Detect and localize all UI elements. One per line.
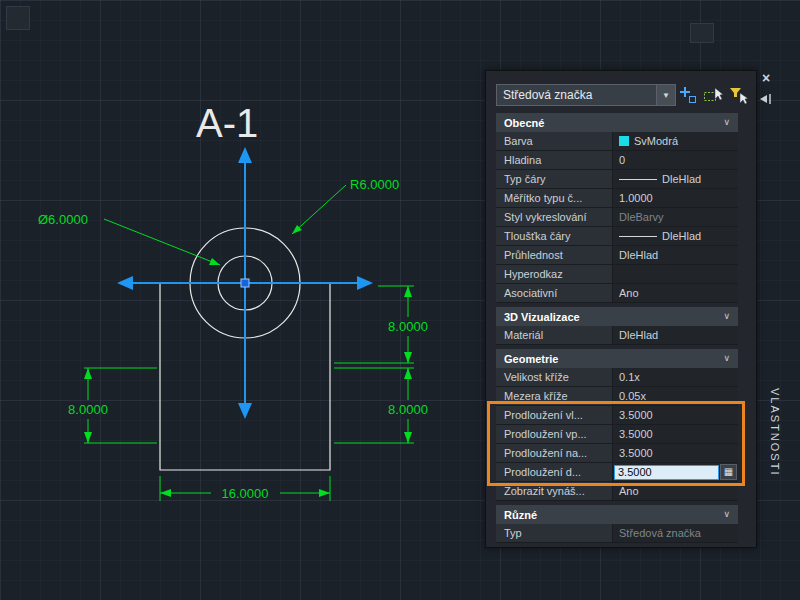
property-label: Hladina	[496, 151, 613, 169]
color-swatch	[619, 136, 629, 146]
dimension-lines	[84, 185, 414, 501]
property-value[interactable]: Ano	[613, 482, 738, 500]
row-pruhlednost: Průhlednost DleHlad	[496, 246, 738, 265]
property-label: Velikost kříže	[496, 368, 613, 386]
calculator-icon: ▦	[724, 463, 733, 481]
row-prodlouzeni-na: Prodloužení na... 3.5000	[496, 444, 738, 463]
property-value[interactable]: 1.0000	[613, 189, 738, 207]
property-label: Hyperodkaz	[496, 265, 613, 283]
property-value[interactable]: 3.5000	[613, 425, 738, 443]
autocad-window: A-1	[0, 0, 800, 600]
property-value[interactable]: 3.5000	[613, 406, 738, 424]
select-objects-icon	[703, 85, 723, 105]
diameter-dimension-text: Ø6.0000	[38, 212, 88, 227]
quick-select-icon	[728, 85, 748, 105]
property-label: Typ čáry	[496, 170, 613, 188]
row-material: Materiál DleHlad	[496, 326, 738, 345]
chevron-icon: ∨	[723, 505, 738, 524]
property-value-editing: 3.5000 ▦	[613, 463, 738, 481]
row-velikost-krize: Velikost kříže 0.1x	[496, 368, 738, 387]
object-type-value: Středová značka	[497, 85, 656, 105]
property-label: Tloušťka čáry	[496, 227, 613, 245]
row-meritko-typu-car: Měřítko typu č... 1.0000	[496, 189, 738, 208]
left-dimension-text: 8.0000	[68, 402, 108, 417]
property-label: Prodloužení na...	[496, 444, 613, 462]
property-value[interactable]: DleHlad	[613, 170, 738, 188]
select-objects-button[interactable]	[702, 84, 724, 106]
drawing-title: A-1	[196, 101, 258, 145]
arrow-grip-left	[117, 276, 133, 290]
property-value[interactable]: SvModrá	[613, 132, 738, 150]
section-header-3d-vizualizace[interactable]: 3D Vizualizace ∨	[496, 307, 738, 326]
property-label: Prodloužení vl...	[496, 406, 613, 424]
chevron-icon: ∨	[723, 349, 738, 368]
dimension-arrowheads	[84, 225, 412, 497]
quick-select-button[interactable]	[727, 84, 749, 106]
chevron-icon: ∨	[723, 113, 738, 132]
row-hladina: Hladina 0	[496, 151, 738, 170]
close-icon[interactable]: ×	[758, 71, 774, 87]
palette-tab-vlastnosti[interactable]: VLASTNOSTI	[769, 388, 781, 476]
center-grip[interactable]	[241, 279, 249, 287]
row-prodlouzeni-vp: Prodloužení vp... 3.5000	[496, 425, 738, 444]
auto-hide-icon[interactable]	[757, 92, 773, 106]
property-label: Barva	[496, 132, 613, 150]
property-label: Prodloužení vp...	[496, 425, 613, 443]
section-header-geometrie[interactable]: Geometrie ∨	[496, 349, 738, 368]
row-styl-vykreslovani: Styl vykreslování DleBarvy	[496, 208, 738, 227]
pickadd-icon	[678, 85, 698, 105]
property-value[interactable]: 0	[613, 151, 738, 169]
property-value[interactable]: 3.5000	[613, 444, 738, 462]
property-value[interactable]: 0.05x	[613, 387, 738, 405]
row-zobrazit-vynasecich: Zobrazit vynáš... Ano	[496, 482, 738, 501]
arrow-grip-right	[357, 276, 373, 290]
property-label: Styl vykreslování	[496, 208, 613, 226]
properties-palette: Středová značka ▼	[485, 70, 757, 548]
row-typ: Typ Středová značka	[496, 524, 738, 543]
property-label: Měřítko typu č...	[496, 189, 613, 207]
row-hyperodkaz: Hyperodkaz	[496, 265, 738, 284]
bottom-dimension-text: 16.0000	[222, 486, 269, 501]
chevron-down-icon[interactable]: ▼	[656, 85, 675, 105]
lineweight-preview-icon	[619, 236, 657, 237]
right-lower-dimension-text: 8.0000	[388, 402, 428, 417]
property-label: Zobrazit vynáš...	[496, 482, 613, 500]
property-value[interactable]: DleHlad	[613, 326, 738, 344]
property-value[interactable]: Středová značka	[613, 524, 738, 542]
row-prodlouzeni-d: Prodloužení d... 3.5000 ▦	[496, 463, 738, 482]
row-typ-cary: Typ čáry DleHlad	[496, 170, 738, 189]
linetype-preview-icon	[619, 179, 657, 180]
section-header-ruzne[interactable]: Různé ∨	[496, 505, 738, 524]
property-label: Typ	[496, 524, 613, 542]
arrow-grip-down	[238, 403, 252, 419]
property-label: Materiál	[496, 326, 613, 344]
calculator-button[interactable]: ▦	[720, 464, 737, 480]
property-value[interactable]: DleHlad	[613, 227, 738, 245]
toggle-pickadd-button[interactable]	[677, 84, 699, 106]
property-value[interactable]: DleHlad	[613, 246, 738, 264]
row-asociativni: Asociativní Ano	[496, 284, 738, 303]
radius-dimension-text: R6.0000	[350, 177, 399, 192]
row-tloustka-cary: Tloušťka čáry DleHlad	[496, 227, 738, 246]
value-edit-field[interactable]: 3.5000	[614, 465, 719, 480]
property-value[interactable]: DleBarvy	[613, 208, 738, 226]
property-value[interactable]: Ano	[613, 284, 738, 302]
arrow-grip-up	[238, 147, 252, 163]
object-type-dropdown[interactable]: Středová značka ▼	[496, 84, 676, 106]
chevron-icon: ∨	[723, 307, 738, 326]
row-prodlouzeni-vl: Prodloužení vl... 3.5000	[496, 406, 738, 425]
property-label: Průhlednost	[496, 246, 613, 264]
row-mezera-krize: Mezera kříže 0.05x	[496, 387, 738, 406]
property-label: Asociativní	[496, 284, 613, 302]
row-barva: Barva SvModrá	[496, 132, 738, 151]
property-label: Mezera kříže	[496, 387, 613, 405]
property-value[interactable]: 0.1x	[613, 368, 738, 386]
section-header-obecne[interactable]: Obecné ∨	[496, 113, 738, 132]
property-value[interactable]	[613, 265, 738, 283]
property-label: Prodloužení d...	[496, 463, 613, 481]
dimension-texts: R6.0000 Ø6.0000 8.0000 8.0000 8.0000 16.…	[38, 177, 428, 501]
right-upper-dimension-text: 8.0000	[388, 319, 428, 334]
